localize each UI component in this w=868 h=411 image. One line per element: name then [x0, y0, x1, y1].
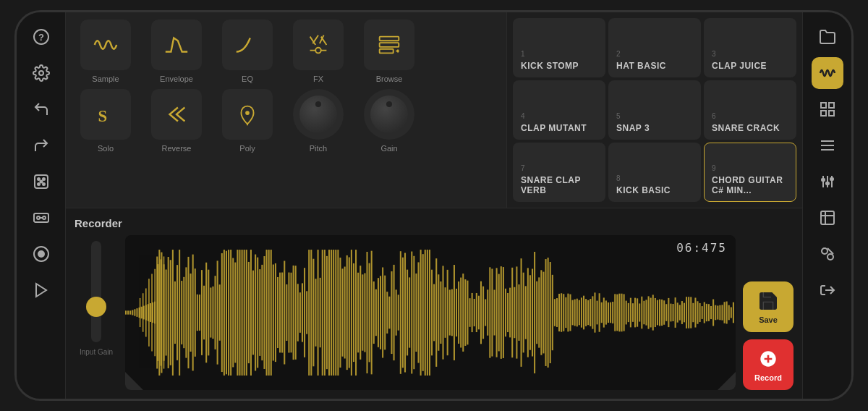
- svg-rect-96: [252, 271, 254, 355]
- effects-icon[interactable]: [812, 238, 843, 270]
- list-icon[interactable]: [812, 130, 843, 161]
- svg-rect-200: [485, 299, 486, 326]
- sample-cell-6[interactable]: 6 SNARE CRACK: [704, 80, 796, 140]
- svg-rect-275: [652, 295, 654, 330]
- gain-knob[interactable]: [364, 89, 414, 140]
- gain-slider-thumb[interactable]: [86, 297, 106, 317]
- grid-icon[interactable]: [812, 93, 843, 125]
- svg-point-5: [43, 178, 45, 180]
- svg-rect-245: [585, 299, 587, 326]
- controls-row-2: S Solo Reverse: [73, 89, 499, 153]
- svg-rect-69: [192, 255, 194, 371]
- instrument-icon[interactable]: [812, 202, 843, 234]
- svg-point-2: [39, 71, 43, 75]
- record-circle-icon[interactable]: [25, 238, 57, 270]
- svg-rect-105: [273, 265, 274, 361]
- svg-rect-278: [659, 300, 660, 326]
- gain-slider-track[interactable]: [91, 241, 101, 342]
- svg-rect-311: [733, 302, 734, 323]
- svg-rect-230: [552, 275, 553, 350]
- svg-rect-154: [382, 267, 383, 357]
- pitch-control[interactable]: Pitch: [286, 89, 351, 153]
- svg-rect-295: [697, 301, 698, 323]
- reverse-control[interactable]: Reverse: [144, 89, 209, 153]
- sample-number-1: 1: [521, 50, 597, 58]
- svg-rect-160: [396, 289, 397, 335]
- svg-rect-128: [324, 250, 326, 376]
- poly-control[interactable]: Poly: [215, 89, 280, 153]
- sample-cell-9[interactable]: 9 CHORD GUITAR C# MIN...: [704, 143, 796, 202]
- svg-rect-292: [690, 297, 692, 328]
- help-icon[interactable]: ?: [25, 21, 57, 53]
- envelope-control[interactable]: Envelope: [144, 20, 209, 83]
- eq-control[interactable]: EQ: [215, 20, 280, 83]
- redo-icon[interactable]: [25, 130, 57, 161]
- svg-rect-265: [630, 298, 631, 328]
- sample-cell-7[interactable]: 7 SNARE CLAP VERB: [513, 143, 605, 202]
- sample-cell-3[interactable]: 3 CLAP JUICE: [704, 18, 796, 77]
- pitch-knob-dot: [315, 101, 321, 107]
- svg-rect-185: [451, 289, 453, 336]
- sample-cell-4[interactable]: 4 CLAP MUTANT: [513, 80, 605, 140]
- svg-rect-158: [391, 271, 392, 354]
- svg-rect-73: [201, 270, 203, 355]
- mixer-icon[interactable]: [812, 166, 843, 198]
- svg-rect-56: [163, 264, 164, 360]
- svg-rect-113: [290, 273, 292, 352]
- gain-control[interactable]: Gain: [357, 89, 422, 153]
- sample-cell-2[interactable]: 2 HAT BASIC: [608, 18, 701, 77]
- svg-rect-165: [407, 270, 408, 356]
- waveform-active-icon[interactable]: [812, 57, 843, 89]
- sample-name-6: SNARE CRACK: [712, 123, 788, 133]
- tape-icon[interactable]: [25, 202, 57, 234]
- fx-control[interactable]: FX: [286, 20, 351, 83]
- svg-rect-300: [708, 304, 710, 321]
- svg-rect-136: [342, 268, 344, 356]
- export-icon[interactable]: [812, 274, 843, 306]
- svg-rect-286: [677, 302, 678, 322]
- svg-rect-258: [614, 294, 616, 331]
- svg-point-8: [40, 181, 42, 183]
- gain-knob-dot: [386, 101, 392, 107]
- svg-rect-192: [467, 281, 468, 345]
- browse-icon: [364, 20, 414, 70]
- svg-rect-45: [139, 308, 140, 318]
- save-button[interactable]: Save: [743, 281, 793, 332]
- sample-cell-8[interactable]: 8 KICK BASIC: [608, 143, 701, 202]
- sample-cell-1[interactable]: 1 KICK STOMP: [513, 18, 605, 77]
- svg-rect-255: [608, 302, 609, 323]
- svg-rect-299: [706, 304, 707, 321]
- save-label: Save: [759, 315, 778, 324]
- svg-rect-65: [183, 277, 184, 348]
- svg-rect-143: [357, 273, 359, 352]
- settings-icon[interactable]: [25, 57, 57, 89]
- sample-number-4: 4: [521, 112, 597, 120]
- svg-rect-279: [661, 300, 663, 326]
- sample-control[interactable]: Sample: [73, 20, 138, 83]
- svg-rect-307: [724, 302, 726, 323]
- svg-rect-146: [364, 273, 365, 352]
- dice-icon[interactable]: [25, 166, 57, 198]
- svg-line-328: [827, 248, 833, 254]
- reverse-icon: [151, 89, 202, 140]
- pitch-knob[interactable]: [293, 89, 344, 140]
- browse-control[interactable]: Browse: [357, 20, 422, 83]
- svg-rect-78: [212, 287, 213, 339]
- svg-rect-75: [205, 263, 207, 363]
- folder-icon[interactable]: [812, 21, 843, 53]
- svg-rect-60: [172, 250, 174, 376]
- svg-rect-203: [491, 268, 493, 356]
- svg-rect-224: [538, 277, 540, 347]
- sample-number-7: 7: [521, 164, 597, 172]
- sample-cell-5[interactable]: 5 SNAP 3: [608, 80, 701, 140]
- svg-rect-294: [694, 297, 696, 327]
- record-button[interactable]: Record: [743, 339, 793, 390]
- svg-rect-208: [503, 267, 504, 358]
- solo-control[interactable]: S Solo: [73, 89, 138, 153]
- svg-rect-186: [454, 265, 455, 360]
- undo-icon[interactable]: [25, 93, 57, 125]
- play-icon[interactable]: [25, 274, 57, 306]
- svg-rect-225: [540, 270, 542, 355]
- svg-rect-48: [145, 305, 147, 320]
- sample-name-1: KICK STOMP: [521, 61, 597, 71]
